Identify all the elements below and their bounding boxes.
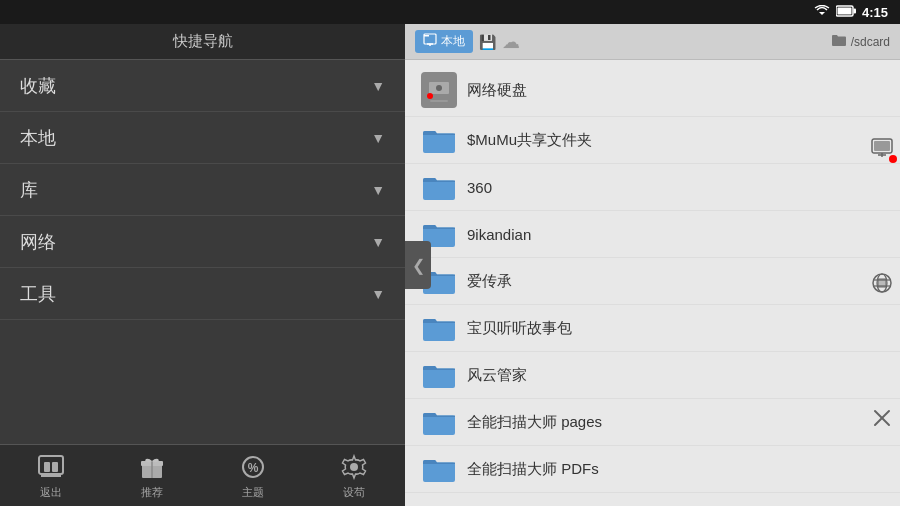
storage-icon: 💾: [479, 34, 496, 50]
local-tab-label: 本地: [441, 33, 465, 50]
gift-icon: [136, 451, 168, 483]
svg-rect-3: [837, 7, 851, 14]
list-item[interactable]: 360: [405, 164, 900, 211]
svg-rect-4: [39, 456, 63, 474]
svg-point-20: [436, 85, 442, 91]
svg-rect-15: [424, 35, 429, 37]
item-name: 网络硬盘: [467, 81, 527, 100]
item-name: 360: [467, 179, 492, 196]
collapse-arrow-icon: ❮: [412, 256, 425, 275]
folder-icon: [421, 407, 457, 437]
theme-button[interactable]: % 主题: [237, 451, 269, 500]
item-name: 全能扫描大师 PDFs: [467, 460, 599, 479]
sidebar-header: 快捷导航: [0, 24, 405, 60]
theme-icon: %: [237, 451, 269, 483]
close-icon-button[interactable]: [865, 401, 899, 435]
nav-label-local: 本地: [20, 126, 56, 150]
folder-icon: [421, 454, 457, 484]
svg-rect-21: [433, 98, 445, 100]
list-item[interactable]: $MuMu共享文件夹: [405, 117, 900, 164]
svg-rect-25: [874, 141, 890, 151]
sidebar-toolbar: 返出 推荐 %: [0, 444, 405, 506]
network-status-button[interactable]: [865, 131, 899, 165]
nav-item-network[interactable]: 网络 ▼: [0, 216, 405, 268]
list-item[interactable]: 全能扫描大师 PDFs: [405, 446, 900, 493]
file-panel-tabs: 本地 💾 ☁: [415, 30, 520, 53]
svg-rect-22: [430, 100, 448, 102]
file-panel: 本地 💾 ☁ /sdcard: [405, 24, 900, 506]
settings-icon: [338, 451, 370, 483]
item-name: $MuMu共享文件夹: [467, 131, 592, 150]
item-name: 全能扫描大师 pages: [467, 413, 602, 432]
side-icons-panel: [864, 60, 900, 506]
local-tab-icon: [423, 33, 437, 50]
file-path: /sdcard: [831, 33, 890, 50]
tab-local[interactable]: 本地: [415, 30, 473, 53]
settings-label: 设苟: [343, 485, 365, 500]
chevron-down-icon: ▼: [371, 234, 385, 250]
list-item[interactable]: 9ikandian: [405, 211, 900, 258]
folder-path-icon: [831, 33, 847, 50]
network-drive-icon: [421, 72, 457, 108]
exit-button[interactable]: 返出: [35, 451, 67, 500]
sidebar-nav: 收藏 ▼ 本地 ▼ 库 ▼ 网络 ▼ 工具 ▼: [0, 60, 405, 444]
nav-label-network: 网络: [20, 230, 56, 254]
folder-icon: [421, 172, 457, 202]
folder-icon: [421, 125, 457, 155]
list-item[interactable]: 爱传承: [405, 258, 900, 305]
list-item[interactable]: 网络硬盘: [405, 64, 900, 117]
nav-item-tools[interactable]: 工具 ▼: [0, 268, 405, 320]
list-item[interactable]: 风云管家: [405, 352, 900, 399]
list-item[interactable]: 宝贝听听故事包: [405, 305, 900, 352]
svg-rect-5: [44, 462, 50, 472]
chevron-down-icon: ▼: [371, 130, 385, 146]
nav-label-tools: 工具: [20, 282, 56, 306]
item-name: 宝贝听听故事包: [467, 319, 572, 338]
nav-label-favorites: 收藏: [20, 74, 56, 98]
main-container: 快捷导航 收藏 ▼ 本地 ▼ 库 ▼ 网络 ▼ 工具 ▼: [0, 24, 900, 506]
svg-point-13: [350, 463, 358, 471]
path-text: /sdcard: [851, 35, 890, 49]
sidebar-collapse-button[interactable]: ❮: [405, 241, 431, 289]
exit-icon: [35, 451, 67, 483]
svg-point-23: [427, 93, 433, 99]
sidebar: 快捷导航 收藏 ▼ 本地 ▼ 库 ▼ 网络 ▼ 工具 ▼: [0, 24, 405, 506]
chevron-down-icon: ▼: [371, 286, 385, 302]
settings-button[interactable]: 设苟: [338, 451, 370, 500]
svg-rect-6: [52, 462, 58, 472]
list-item[interactable]: 全能扫描大师 pages: [405, 399, 900, 446]
item-name: 爱传承: [467, 272, 512, 291]
chevron-down-icon: ▼: [371, 78, 385, 94]
time-display: 4:15: [862, 5, 888, 20]
exit-label: 返出: [40, 485, 62, 500]
svg-text:%: %: [248, 461, 259, 475]
battery-icon: [836, 5, 856, 20]
wifi-icon: [814, 5, 830, 20]
file-panel-header: 本地 💾 ☁ /sdcard: [405, 24, 900, 60]
nav-item-local[interactable]: 本地 ▼: [0, 112, 405, 164]
nav-item-library[interactable]: 库 ▼: [0, 164, 405, 216]
status-bar: 4:15: [0, 0, 900, 24]
item-name: 9ikandian: [467, 226, 531, 243]
svg-marker-0: [819, 12, 825, 15]
folder-icon: [421, 360, 457, 390]
folder-icon: [421, 313, 457, 343]
cloud-tab[interactable]: ☁: [502, 31, 520, 53]
status-icons: 4:15: [814, 5, 888, 20]
svg-rect-2: [853, 8, 856, 13]
nav-item-favorites[interactable]: 收藏 ▼: [0, 60, 405, 112]
item-name: 风云管家: [467, 366, 527, 385]
chevron-down-icon: ▼: [371, 182, 385, 198]
recommend-label: 推荐: [141, 485, 163, 500]
file-list: 网络硬盘 $MuMu共享文件夹: [405, 60, 900, 506]
recommend-button[interactable]: 推荐: [136, 451, 168, 500]
theme-label: 主题: [242, 485, 264, 500]
nav-label-library: 库: [20, 178, 38, 202]
globe-icon-button[interactable]: [865, 266, 899, 300]
svg-rect-32: [878, 279, 886, 287]
